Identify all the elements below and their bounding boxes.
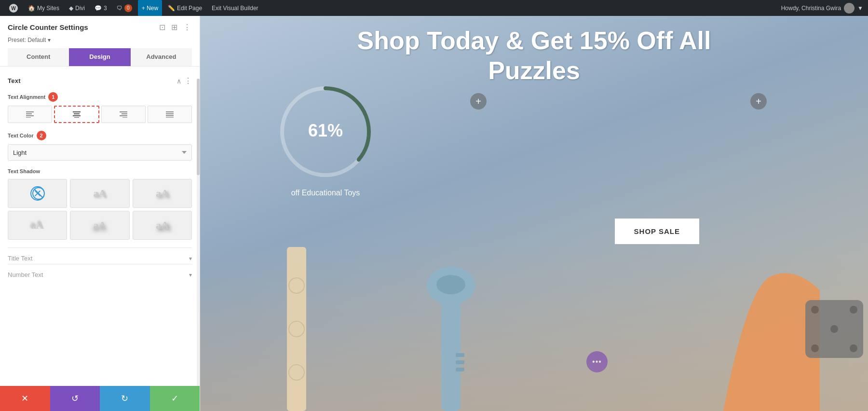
user-avatar bbox=[844, 3, 854, 14]
tab-design[interactable]: Design bbox=[69, 48, 130, 66]
admin-bar: W 🏠 My Sites ◆ Divi 💬 3 🗨 0 + New ✏️ Edi… bbox=[0, 0, 868, 16]
panel-tabs: Content Design Advanced bbox=[8, 48, 192, 66]
panel-header: Circle Counter Settings ⊡ ⊞ ⋮ Preset: De… bbox=[0, 16, 200, 67]
svg-point-29 bbox=[436, 275, 465, 294]
undo-button[interactable]: ↺ bbox=[50, 386, 100, 411]
svg-point-25 bbox=[289, 321, 304, 337]
toy-wrench bbox=[403, 257, 499, 411]
number-text-arrow: ▾ bbox=[189, 272, 192, 278]
align-justify-icon bbox=[166, 111, 174, 118]
edit-page-item[interactable]: ✏️ Edit Page bbox=[164, 0, 206, 16]
preset-label: Preset: Default bbox=[8, 37, 46, 43]
shadow-grid: aA aA aA aA aA bbox=[8, 179, 192, 240]
panel-title-row: Circle Counter Settings ⊡ ⊞ ⋮ bbox=[8, 22, 192, 33]
cancel-button[interactable]: ✕ bbox=[0, 386, 50, 411]
plus-button-right[interactable]: + bbox=[750, 93, 767, 110]
divi-label: Divi bbox=[75, 5, 85, 12]
comment-badge: 0 bbox=[124, 4, 132, 12]
my-sites-label: My Sites bbox=[37, 5, 59, 12]
panel-title: Circle Counter Settings bbox=[8, 23, 88, 31]
number-text-header[interactable]: Number Text ▾ bbox=[8, 271, 192, 278]
section-menu-icon[interactable]: ⋮ bbox=[184, 76, 192, 85]
svg-rect-32 bbox=[456, 368, 464, 371]
shadow-inset-option[interactable]: aA bbox=[8, 211, 67, 240]
hero-title: Shop Today & Get 15% Off All Puzzles bbox=[219, 26, 849, 86]
panel-title-icons: ⊡ ⊞ ⋮ bbox=[158, 22, 192, 33]
shadow-medium-preview: aA bbox=[156, 187, 169, 200]
text-section-header: Text ∧ ⋮ bbox=[8, 76, 192, 85]
comments-count: 3 bbox=[104, 5, 107, 12]
title-text-header[interactable]: Title Text ▾ bbox=[8, 255, 192, 262]
align-left-icon bbox=[26, 111, 34, 118]
comment-badge-icon: 🗨 bbox=[117, 5, 122, 12]
align-right-button[interactable] bbox=[101, 106, 146, 123]
svg-point-35 bbox=[850, 306, 857, 314]
new-label: + New bbox=[142, 5, 158, 12]
right-content: Shop Today & Get 15% Off All Puzzles 61%… bbox=[200, 16, 868, 411]
text-color-select[interactable]: Light Dark bbox=[8, 144, 192, 161]
svg-point-36 bbox=[811, 344, 819, 352]
my-sites-item[interactable]: 🏠 My Sites bbox=[24, 0, 63, 16]
tab-advanced[interactable]: Advanced bbox=[131, 48, 192, 66]
divi-icon: ◆ bbox=[69, 5, 73, 12]
wp-logo-item[interactable]: W bbox=[5, 0, 22, 16]
shadow-none-option[interactable] bbox=[8, 179, 67, 208]
shadow-none-icon bbox=[30, 186, 45, 201]
user-greeting: Howdy, Christina Gwira bbox=[781, 5, 841, 12]
align-center-icon bbox=[73, 111, 81, 118]
comment-icon: 💬 bbox=[95, 5, 102, 12]
section-actions: ∧ ⋮ bbox=[176, 76, 192, 85]
shadow-medium-option[interactable]: aA bbox=[133, 179, 192, 208]
svg-point-34 bbox=[811, 306, 819, 314]
preset-row[interactable]: Preset: Default ▾ bbox=[8, 37, 192, 43]
svg-rect-31 bbox=[456, 360, 464, 364]
section-toggle-icon[interactable]: ∧ bbox=[176, 77, 181, 85]
shadow-soft-option[interactable]: aA bbox=[70, 211, 129, 240]
title-text-arrow: ▾ bbox=[189, 255, 192, 262]
layout-icon[interactable]: ⊞ bbox=[170, 22, 178, 33]
align-justify-button[interactable] bbox=[148, 106, 192, 123]
shadow-light-preview: aA bbox=[94, 187, 107, 200]
text-alignment-label: Text Alignment 1 bbox=[8, 92, 192, 102]
svg-text:61%: 61% bbox=[308, 121, 343, 140]
align-center-button[interactable] bbox=[54, 106, 99, 123]
scroll-thumb[interactable] bbox=[197, 79, 200, 175]
panel-content: Text ∧ ⋮ Text Alignment 1 bbox=[0, 67, 200, 386]
number-text-label: Number Text bbox=[8, 271, 43, 278]
badge-2: 2 bbox=[37, 131, 46, 140]
svg-point-26 bbox=[289, 365, 304, 380]
panel-footer: ✕ ↺ ↻ ✓ bbox=[0, 386, 200, 411]
svg-rect-30 bbox=[456, 353, 464, 357]
title-text-section: Title Text ▾ bbox=[8, 247, 192, 262]
text-color-label: Text Color 2 bbox=[8, 131, 192, 140]
save-button[interactable]: ✓ bbox=[150, 386, 200, 411]
wp-icon: W bbox=[9, 3, 18, 13]
user-options-icon[interactable]: ▼ bbox=[857, 5, 863, 12]
new-button[interactable]: + New bbox=[138, 0, 162, 16]
plus-button-left[interactable]: + bbox=[470, 93, 487, 110]
divi-item[interactable]: ◆ Divi bbox=[65, 0, 89, 16]
comments-item[interactable]: 💬 3 bbox=[91, 0, 111, 16]
my-sites-icon: 🏠 bbox=[28, 5, 35, 12]
title-text-label: Title Text bbox=[8, 255, 32, 262]
toy-cube bbox=[800, 295, 868, 363]
text-shadow-label: Text Shadow bbox=[8, 168, 192, 174]
alignment-buttons bbox=[8, 106, 192, 123]
align-left-button[interactable] bbox=[8, 106, 52, 123]
svg-point-38 bbox=[830, 325, 838, 333]
circle-label: off Educational Toys bbox=[291, 189, 360, 197]
shadow-inset-preview: aA bbox=[31, 219, 44, 232]
shadow-heavy-option[interactable]: aA bbox=[133, 211, 192, 240]
exit-builder-item[interactable]: Exit Visual Builder bbox=[208, 0, 262, 16]
shadow-light-option[interactable]: aA bbox=[70, 179, 129, 208]
exit-builder-label: Exit Visual Builder bbox=[212, 5, 258, 12]
shadow-heavy-preview: aA bbox=[156, 219, 169, 232]
more-options-icon[interactable]: ⋮ bbox=[182, 22, 192, 33]
tab-content[interactable]: Content bbox=[8, 48, 69, 66]
redo-button[interactable]: ↻ bbox=[100, 386, 150, 411]
scroll-track bbox=[197, 79, 200, 386]
resize-icon[interactable]: ⊡ bbox=[158, 22, 166, 33]
shop-sale-button[interactable]: SHOP SALE bbox=[615, 219, 699, 244]
comment-badge-item[interactable]: 🗨 0 bbox=[113, 0, 136, 16]
svg-point-24 bbox=[289, 278, 304, 293]
